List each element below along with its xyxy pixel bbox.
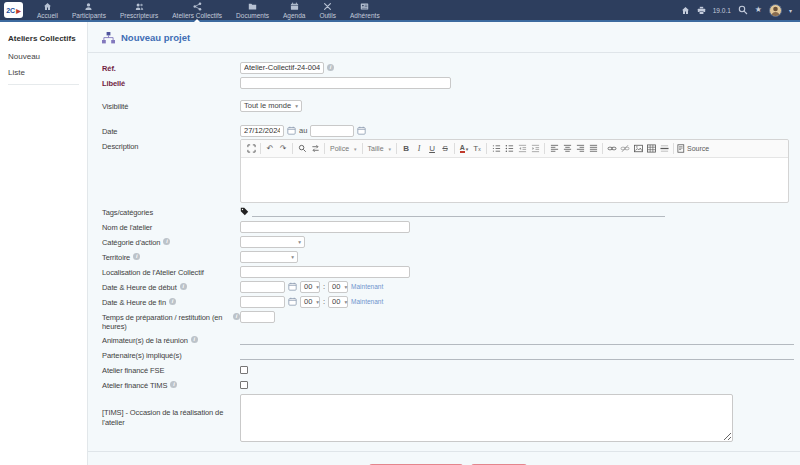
indent-icon[interactable]	[529, 142, 541, 155]
tims-label: Atelier financé TIMSi	[102, 378, 240, 390]
territoire-label: Territoirei	[102, 250, 240, 262]
partenaires-input[interactable]	[240, 349, 794, 360]
remove-format-icon[interactable]: Tx	[471, 142, 483, 155]
animateurs-input[interactable]	[240, 334, 794, 345]
nav-ateliers-collectifs[interactable]: Ateliers Collectifs	[170, 0, 224, 20]
image-icon[interactable]	[632, 142, 644, 155]
date-end-input[interactable]	[310, 125, 354, 137]
calendar-picker-icon[interactable]	[357, 126, 366, 135]
page-title: Nouveau projet	[121, 32, 190, 43]
categorie-action-select[interactable]: ▾	[240, 236, 305, 248]
libelle-input[interactable]	[240, 77, 451, 89]
nav-label: Adhérents	[350, 12, 380, 19]
debut-hour-select[interactable]: 00▾	[300, 281, 320, 293]
link-icon[interactable]	[606, 142, 618, 155]
temps-preparation-input[interactable]	[240, 311, 275, 323]
localisation-label: Localisation de l'Atelier Collectif	[102, 265, 240, 277]
sidebar-item-liste[interactable]: Liste	[8, 68, 79, 77]
italic-icon[interactable]: I	[413, 142, 425, 155]
version-label: 19.0.1	[713, 7, 731, 14]
fse-label: Atelier financé FSE	[102, 363, 240, 375]
user-avatar[interactable]	[769, 4, 782, 17]
nav-agenda[interactable]: Agenda	[281, 0, 307, 20]
bookmarks-star-icon[interactable]: ★	[755, 6, 762, 14]
print-icon[interactable]	[697, 6, 706, 15]
tags-input[interactable]	[252, 206, 665, 217]
info-icon: i	[180, 283, 187, 290]
info-icon: i	[233, 313, 240, 320]
nom-atelier-label: Nom de l'atelier	[102, 220, 240, 232]
nav-label: Participants	[72, 12, 106, 19]
date-fin-input[interactable]	[240, 296, 285, 308]
redo-icon[interactable]: ↷	[277, 142, 289, 155]
nav-documents[interactable]: Documents	[234, 0, 271, 20]
spacer	[102, 114, 794, 124]
dropdown-arrow-icon: ▾	[298, 239, 301, 245]
strikethrough-icon[interactable]: S	[439, 142, 451, 155]
chevron-down-icon[interactable]: ▾	[789, 7, 792, 14]
calendar-picker-icon[interactable]	[288, 297, 297, 306]
table-icon[interactable]	[645, 142, 657, 155]
editor-content-area[interactable]	[241, 158, 788, 202]
ref-label: Réf.	[102, 61, 240, 73]
fin-minute-select[interactable]: 00▾	[328, 296, 348, 308]
nav-outils[interactable]: Outils	[317, 0, 338, 20]
debut-minute-select[interactable]: 00▾	[328, 281, 348, 293]
nav-adherents[interactable]: Adhérents	[348, 0, 382, 20]
tims-checkbox[interactable]	[240, 381, 248, 389]
row-libelle: Libellé	[102, 76, 794, 89]
horizontal-rule-icon[interactable]	[658, 142, 670, 155]
territoire-select[interactable]: ▾	[240, 251, 298, 263]
underline-icon[interactable]: U	[426, 142, 438, 155]
nom-atelier-input[interactable]	[240, 221, 410, 233]
search-icon[interactable]	[738, 5, 748, 15]
calendar-picker-icon[interactable]	[288, 282, 297, 291]
fse-checkbox[interactable]	[240, 366, 248, 374]
replace-icon[interactable]	[309, 142, 321, 155]
source-button[interactable]: Source	[677, 142, 709, 155]
app-logo[interactable]: 2C▶	[4, 2, 23, 18]
dropdown-arrow-icon: ▾	[295, 103, 298, 109]
date-fin-label: Date & Heure de fini	[102, 295, 240, 307]
info-icon: i	[327, 64, 334, 71]
tools-icon	[323, 2, 332, 11]
user-icon	[84, 2, 93, 11]
bullet-list-icon[interactable]	[503, 142, 515, 155]
fin-hour-select[interactable]: 00▾	[300, 296, 320, 308]
outdent-icon[interactable]	[516, 142, 528, 155]
tims-occasion-textarea[interactable]	[240, 394, 733, 442]
nav-participants[interactable]: Participants	[70, 0, 108, 20]
nav-label: Outils	[319, 12, 336, 19]
align-center-icon[interactable]	[561, 142, 573, 155]
calendar-picker-icon[interactable]	[287, 126, 296, 135]
bookmark-home-icon[interactable]	[681, 6, 690, 15]
bold-icon[interactable]: B	[400, 142, 412, 155]
align-left-icon[interactable]	[548, 142, 560, 155]
ref-input[interactable]	[240, 62, 324, 74]
date-debut-input[interactable]	[240, 281, 285, 293]
tims-occasion-label: [TIMS] - Occasion de la réalisation de l…	[102, 394, 240, 427]
undo-icon[interactable]: ↶	[264, 142, 276, 155]
tags-label: Tags/catégories	[102, 205, 240, 217]
sidebar-item-nouveau[interactable]: Nouveau	[8, 52, 79, 61]
find-icon[interactable]	[296, 142, 308, 155]
date-start-input[interactable]	[240, 125, 284, 137]
debut-now-link[interactable]: Maintenant	[351, 283, 383, 290]
unlink-icon[interactable]	[619, 142, 631, 155]
align-right-icon[interactable]	[574, 142, 586, 155]
fin-now-link[interactable]: Maintenant	[351, 298, 383, 305]
nav-prescripteurs[interactable]: Prescripteurs	[118, 0, 160, 20]
row-tims-occasion: [TIMS] - Occasion de la réalisation de l…	[102, 394, 794, 442]
visibilite-label: Visibilité	[102, 99, 240, 111]
font-size-select[interactable]: Taille▾	[366, 145, 393, 152]
nav-accueil[interactable]: Accueil	[35, 0, 60, 20]
maximize-icon[interactable]	[245, 142, 257, 155]
localisation-input[interactable]	[240, 266, 410, 278]
font-select[interactable]: Police▾	[328, 145, 359, 152]
align-justify-icon[interactable]	[587, 142, 599, 155]
ordered-list-icon[interactable]	[490, 142, 502, 155]
row-nom-atelier: Nom de l'atelier	[102, 220, 794, 233]
text-color-icon[interactable]: A▾	[458, 142, 470, 155]
nav-label: Prescripteurs	[120, 12, 158, 19]
visibilite-select[interactable]: Tout le monde▾	[240, 100, 302, 112]
